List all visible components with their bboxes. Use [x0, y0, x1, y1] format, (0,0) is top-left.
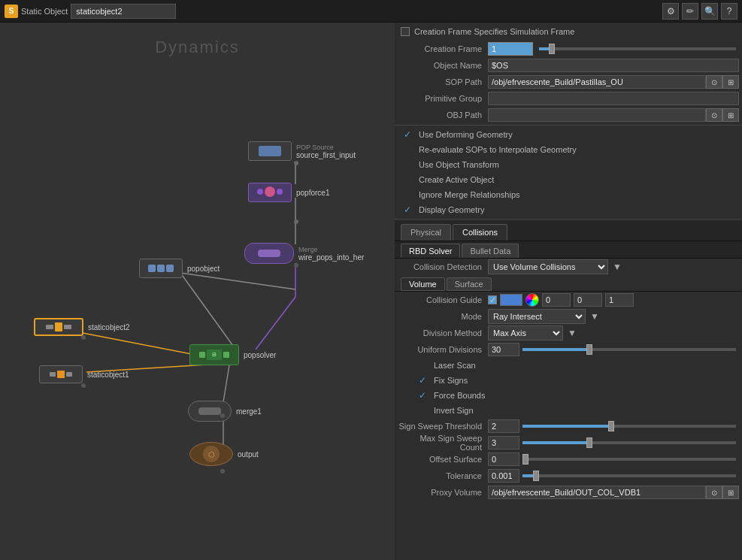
- sub-tab-bullet-data[interactable]: Bullet Data: [462, 244, 519, 258]
- node-type-icon-letter: S: [9, 7, 14, 15]
- sop-path-input[interactable]: [488, 75, 706, 89]
- search-button[interactable]: 🔍: [701, 3, 718, 20]
- collision-guide-color-swatch[interactable]: [500, 294, 522, 306]
- node-graph-svg: [0, 23, 395, 560]
- node-merge-wire[interactable]: Merge wire_pops_into_her: [244, 243, 364, 264]
- division-method-dropdown[interactable]: Max Axis: [488, 325, 563, 341]
- object-name-row: Object Name: [395, 57, 742, 74]
- max-sign-sweep-count-thumb[interactable]: [586, 437, 592, 448]
- sign-sweep-threshold-slider[interactable]: [522, 425, 736, 428]
- node-name-input[interactable]: [71, 4, 176, 19]
- node-staticobject1[interactable]: staticobject1: [39, 365, 129, 383]
- uniform-divisions-row: Uniform Divisions: [395, 341, 742, 358]
- invert-sign-label: Invert Sign: [434, 406, 474, 415]
- collision-guide-r-input[interactable]: [542, 293, 571, 307]
- mode-row: Mode Ray Intersect ▼: [395, 308, 742, 325]
- tab-collisions[interactable]: Collisions: [453, 224, 507, 241]
- tolerance-slider[interactable]: [522, 474, 736, 477]
- proxy-volume-input[interactable]: [488, 486, 706, 499]
- creation-frame-sim-checkbox[interactable]: [401, 27, 410, 36]
- node-pop-source[interactable]: POP Source source_first_input: [248, 141, 356, 161]
- top-bar: S Static Object ⚙ ✏ 🔍 ?: [0, 0, 742, 23]
- sop-path-label: SOP Path: [398, 77, 488, 86]
- sign-sweep-threshold-fill: [522, 425, 608, 428]
- use-deforming-geo-check[interactable]: ✓: [404, 129, 414, 140]
- node-output[interactable]: ⬡ output: [189, 442, 259, 466]
- force-bounds-row: ✓ Force Bounds: [395, 388, 742, 403]
- vol-tab-volume[interactable]: Volume: [401, 277, 445, 291]
- creation-frame-sim-label: Creation Frame Specifies Simulation Fram…: [414, 27, 574, 36]
- uniform-divisions-slider[interactable]: [522, 348, 736, 351]
- collision-guide-value: ✓: [488, 293, 739, 307]
- uniform-divisions-thumb[interactable]: [586, 344, 592, 355]
- uniform-divisions-input[interactable]: [488, 343, 519, 356]
- sign-sweep-threshold-label: Sign Sweep Threshold: [398, 422, 488, 431]
- node-type-label: Static Object: [21, 7, 68, 16]
- collision-guide-row: Collision Guide ✓: [395, 292, 742, 308]
- creation-frame-label: Creation Frame: [398, 44, 488, 53]
- collision-detection-label: Collision Detection: [398, 262, 488, 271]
- node-popobject[interactable]: popobject: [139, 259, 220, 278]
- svg-line-4: [180, 273, 233, 346]
- mode-dropdown[interactable]: Ray Intersect: [488, 309, 586, 324]
- settings-button[interactable]: ⚙: [662, 3, 679, 20]
- creation-frame-sim-checkbox-row: Creation Frame Specifies Simulation Fram…: [395, 23, 742, 41]
- tab-physical[interactable]: Physical: [401, 224, 451, 241]
- obj-path-browse-button[interactable]: ⊞: [722, 108, 739, 122]
- force-bounds-check[interactable]: ✓: [419, 390, 429, 401]
- proxy-volume-jump-button[interactable]: ⊙: [706, 486, 722, 499]
- obj-path-jump-button[interactable]: ⊙: [706, 108, 722, 122]
- node-merge1[interactable]: merge1: [188, 401, 262, 422]
- display-geo-check[interactable]: ✓: [404, 204, 414, 215]
- sign-sweep-threshold-input[interactable]: [488, 419, 519, 433]
- collision-guide-g-input[interactable]: [574, 293, 602, 307]
- display-geo-label: Display Geometry: [419, 205, 484, 214]
- object-name-value: [488, 59, 739, 72]
- collision-guide-checkbox[interactable]: ✓: [488, 295, 497, 304]
- creation-frame-input[interactable]: [488, 42, 533, 56]
- max-sign-sweep-count-slider[interactable]: [522, 441, 736, 444]
- node-staticobject2[interactable]: staticobject2: [34, 318, 130, 336]
- fix-signs-label: Fix Signs: [434, 376, 468, 385]
- offset-surface-input[interactable]: [488, 453, 519, 466]
- creation-frame-row: Creation Frame: [395, 41, 742, 57]
- primitive-group-input[interactable]: [488, 92, 739, 105]
- collision-detection-dropdown[interactable]: Use Volume Collisions: [488, 259, 608, 274]
- obj-path-input[interactable]: [488, 108, 706, 122]
- offset-surface-slider[interactable]: [522, 458, 736, 461]
- collision-guide-b-input[interactable]: [605, 293, 634, 307]
- creation-frame-value: [488, 42, 739, 56]
- sign-sweep-threshold-thumb[interactable]: [608, 421, 614, 431]
- use-obj-transform-row: Use Object Transform: [395, 157, 742, 172]
- edit-button[interactable]: ✏: [682, 3, 698, 20]
- fix-signs-check[interactable]: ✓: [419, 375, 429, 386]
- max-sign-sweep-count-input[interactable]: [488, 436, 519, 450]
- division-method-label: Division Method: [398, 328, 488, 338]
- ignore-merge-label: Ignore Merge Relationships: [419, 190, 520, 199]
- offset-surface-row: Offset Surface: [395, 451, 742, 468]
- use-deforming-geo-label: Use Deforming Geometry: [419, 130, 513, 139]
- create-active-object-label: Create Active Object: [419, 175, 494, 184]
- object-name-input[interactable]: [488, 59, 739, 72]
- collision-guide-color-wheel[interactable]: [525, 293, 539, 307]
- node-popforce1[interactable]: popforce1: [248, 183, 329, 202]
- display-geo-row: ✓ Display Geometry: [395, 202, 742, 217]
- obj-path-label: OBJ Path: [398, 110, 488, 120]
- svg-line-7: [223, 365, 229, 402]
- node-popsolver[interactable]: ⊞ popsolver: [189, 344, 276, 365]
- help-button[interactable]: ?: [721, 3, 737, 20]
- vol-tab-surface[interactable]: Surface: [447, 277, 492, 291]
- max-sign-sweep-count-row: Max Sign Sweep Count: [395, 434, 742, 451]
- tolerance-fill: [522, 474, 533, 477]
- tolerance-input[interactable]: [488, 469, 519, 483]
- sop-path-browse-button[interactable]: ⊞: [722, 75, 739, 89]
- sub-tab-rbd-solver[interactable]: RBD Solver: [401, 244, 460, 258]
- uniform-divisions-fill: [522, 348, 586, 351]
- scrollable-properties: Creation Frame Specifies Simulation Fram…: [395, 23, 742, 560]
- tolerance-thumb[interactable]: [533, 471, 539, 481]
- uniform-divisions-label: Uniform Divisions: [398, 345, 488, 354]
- offset-surface-thumb[interactable]: [522, 454, 528, 465]
- proxy-volume-browse-button[interactable]: ⊞: [722, 486, 739, 499]
- ignore-merge-row: Ignore Merge Relationships: [395, 187, 742, 202]
- sop-path-jump-button[interactable]: ⊙: [706, 75, 722, 89]
